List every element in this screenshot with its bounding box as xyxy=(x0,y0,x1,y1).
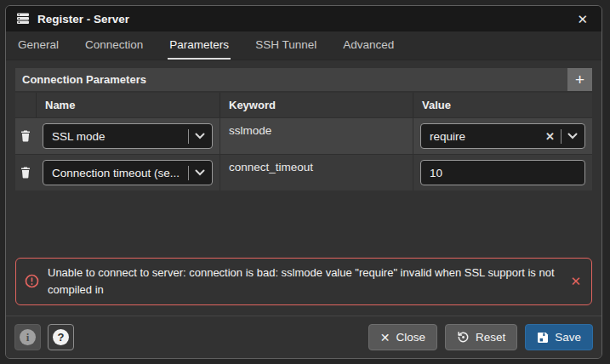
error-alert: Unable to connect to server: connection … xyxy=(15,258,592,305)
name-cell: SSL mode xyxy=(36,118,219,154)
close-button[interactable]: ✕ Close xyxy=(368,324,437,350)
value-select-value: require xyxy=(430,130,545,143)
titlebar: Register - Server ✕ xyxy=(6,6,601,31)
delete-row-button[interactable] xyxy=(15,155,36,191)
connection-parameters-header: Connection Parameters + xyxy=(15,68,592,91)
tab-connection[interactable]: Connection xyxy=(83,31,145,60)
value-cell: require ✕ xyxy=(413,118,592,154)
close-x-icon: ✕ xyxy=(380,332,391,344)
name-select[interactable]: Connection timeout (se... xyxy=(43,160,213,185)
parameters-grid: Name Keyword Value SSL mode xyxy=(15,93,592,191)
tab-ssh-tunnel[interactable]: SSH Tunnel xyxy=(254,31,318,60)
close-button-label: Close xyxy=(396,331,425,344)
help-button[interactable]: ? xyxy=(48,324,74,350)
tab-advanced[interactable]: Advanced xyxy=(341,31,396,60)
chevron-down-icon[interactable] xyxy=(195,169,205,176)
tab-general[interactable]: General xyxy=(16,31,60,60)
error-message: Unable to connect to server: connection … xyxy=(48,264,556,299)
value-select[interactable]: require ✕ xyxy=(420,123,585,149)
name-select[interactable]: SSL mode xyxy=(43,123,213,149)
footer: i ? ✕ Close Reset xyxy=(6,316,601,358)
dialog-close-icon[interactable]: ✕ xyxy=(573,11,591,27)
save-icon xyxy=(537,332,549,344)
value-input-wrap xyxy=(420,160,585,185)
value-cell xyxy=(413,155,592,191)
tab-bar: General Connection Parameters SSH Tunnel… xyxy=(6,31,601,60)
tab-parameters[interactable]: Parameters xyxy=(168,31,231,60)
chevron-down-icon[interactable] xyxy=(567,133,578,139)
trash-icon xyxy=(20,130,31,142)
reset-icon xyxy=(457,331,470,344)
dialog-title: Register - Server xyxy=(37,13,129,26)
info-icon: i xyxy=(20,329,36,345)
keyword-cell: sslmode xyxy=(219,118,413,154)
reset-button-label: Reset xyxy=(476,331,505,344)
select-divider xyxy=(188,166,189,180)
reset-button[interactable]: Reset xyxy=(445,324,517,350)
parameters-panel: Connection Parameters + Name Keyword Val… xyxy=(6,60,601,316)
table-row-connect-timeout: Connection timeout (se... connect_timeou… xyxy=(15,154,592,191)
save-button[interactable]: Save xyxy=(525,324,593,350)
grid-header-row: Name Keyword Value xyxy=(15,93,592,117)
help-icon: ? xyxy=(53,329,69,345)
name-select-value: SSL mode xyxy=(52,130,182,143)
select-divider xyxy=(188,129,189,144)
column-header-value: Value xyxy=(413,93,592,117)
save-button-label: Save xyxy=(555,331,581,344)
error-icon xyxy=(25,274,39,288)
value-input[interactable] xyxy=(430,167,578,179)
chevron-down-icon[interactable] xyxy=(195,133,205,139)
trash-icon xyxy=(20,167,31,179)
clear-value-icon[interactable]: ✕ xyxy=(545,130,555,143)
server-icon xyxy=(16,13,30,25)
column-header-name: Name xyxy=(36,93,219,117)
register-server-dialog: Register - Server ✕ General Connection P… xyxy=(5,5,602,359)
keyword-cell: connect_timeout xyxy=(219,155,413,191)
alert-close-icon[interactable]: ✕ xyxy=(570,274,581,289)
grid-header-spacer xyxy=(15,93,36,117)
table-row-sslmode: SSL mode sslmode require ✕ xyxy=(15,117,592,154)
column-header-keyword: Keyword xyxy=(219,93,413,117)
info-button[interactable]: i xyxy=(14,324,41,350)
add-parameter-button[interactable]: + xyxy=(567,68,592,91)
name-cell: Connection timeout (se... xyxy=(36,155,219,191)
name-select-value: Connection timeout (se... xyxy=(52,167,182,179)
select-divider xyxy=(561,129,562,144)
delete-row-button[interactable] xyxy=(15,118,36,154)
panel-title: Connection Parameters xyxy=(15,73,146,86)
